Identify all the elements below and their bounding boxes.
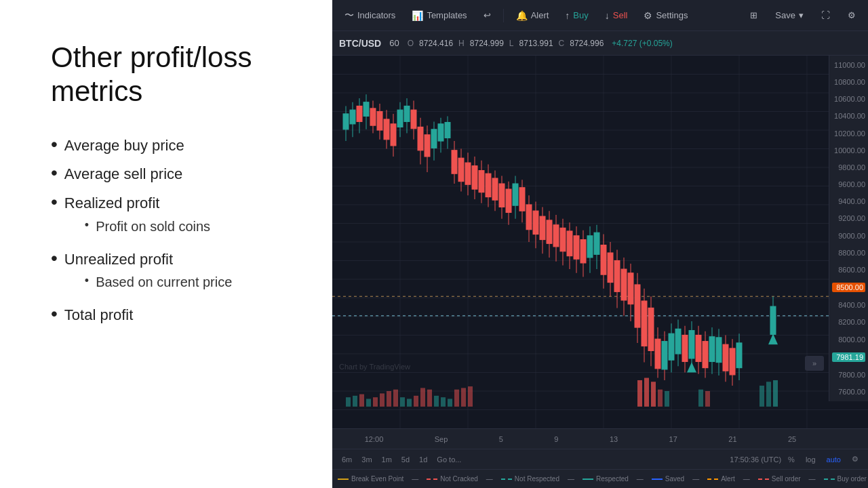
sub-bullet-item: •Based on current price [64, 273, 233, 291]
sub-bullet-dot: • [85, 218, 89, 233]
price-change: +4.727 (+0.05%) [612, 39, 672, 48]
svg-rect-89 [547, 220, 552, 243]
svg-rect-99 [580, 240, 586, 263]
time-axis: 12:00 Sep 5 9 13 17 21 25 [332, 428, 868, 449]
svg-rect-176 [760, 386, 764, 407]
5d-button[interactable]: 5d [397, 454, 414, 465]
svg-rect-144 [730, 348, 735, 375]
svg-rect-160 [414, 396, 418, 407]
1m-button[interactable]: 1m [378, 454, 396, 465]
bullet-text: Average sell price [64, 165, 182, 182]
bell-icon: 🔔 [516, 10, 528, 21]
6m-button[interactable]: 6m [338, 454, 356, 465]
1d-button[interactable]: 1d [415, 454, 431, 465]
svg-rect-146 [736, 343, 742, 368]
bottom-toolbar: 6m 3m 1m 5d 1d Go to... 17:50:36 (UTC) %… [332, 449, 868, 469]
buy-button[interactable]: ↑ Buy [558, 7, 595, 24]
svg-rect-33 [357, 106, 362, 121]
sub-bullet-text: Profit on sold coins [96, 218, 210, 235]
legend-item-buyorder: Buy order [824, 475, 867, 483]
svg-rect-169 [637, 380, 642, 407]
time-label: 21 [728, 435, 736, 443]
log-button[interactable]: log [802, 454, 820, 465]
settings-button[interactable]: ⚙ Settings [637, 7, 694, 24]
3m-button[interactable]: 3m [357, 454, 376, 465]
sell-button[interactable]: ↓ Sell [598, 7, 635, 24]
chart-area[interactable]: 11000.00 10800.00 10600.00 10400.00 1020… [332, 56, 868, 428]
svg-rect-174 [698, 390, 703, 407]
sub-bullet-item: •Profit on sold coins [64, 218, 210, 235]
undo-button[interactable]: ↩ [477, 7, 498, 24]
svg-rect-43 [391, 124, 396, 146]
save-button[interactable]: Save ▾ [768, 7, 810, 24]
svg-rect-85 [533, 211, 538, 234]
indicators-button[interactable]: 〜 Indicators [338, 6, 402, 25]
more-settings-button[interactable]: ⚙ [841, 7, 863, 24]
svg-rect-138 [709, 337, 715, 362]
bullet-item: •Unrealized profit•Based on current pric… [51, 250, 298, 297]
svg-rect-83 [526, 205, 532, 230]
open-price: 8724.416 [419, 39, 453, 48]
svg-rect-51 [418, 127, 423, 150]
svg-rect-47 [404, 106, 410, 121]
high-price: 8724.999 [470, 39, 504, 48]
legend-item-breakeven: Break Even Point [338, 475, 403, 483]
bullet-dot: • [51, 249, 58, 268]
legend-line-notcracked [427, 479, 437, 480]
bullet-content: Average buy price [64, 136, 184, 156]
svg-rect-152 [359, 394, 364, 407]
svg-rect-121 [655, 339, 660, 369]
fullscreen-button[interactable]: ⛶ [814, 7, 837, 24]
expand-button[interactable]: » [805, 356, 824, 371]
bottom-right-controls: 17:50:36 (UTC) % log auto ⚙ [730, 453, 863, 465]
time-label: 17 [669, 435, 677, 443]
svg-rect-125 [669, 333, 674, 360]
svg-rect-113 [628, 273, 633, 304]
svg-rect-81 [519, 188, 525, 211]
time-label: 25 [788, 435, 796, 443]
svg-rect-39 [377, 112, 382, 131]
legend-item-notcracked: Not Cracked [427, 475, 478, 483]
bullet-item: •Total profit [51, 306, 298, 325]
svg-rect-67 [472, 166, 477, 189]
svg-rect-61 [452, 150, 457, 174]
chart-panel: 〜 Indicators 📊 Templates ↩ 🔔 Alert ↑ Buy… [332, 0, 868, 488]
svg-rect-93 [560, 228, 566, 251]
percent-button[interactable]: % [784, 454, 799, 465]
layout-button[interactable]: ⊞ [743, 7, 764, 24]
svg-rect-37 [370, 108, 376, 125]
svg-rect-107 [608, 253, 613, 283]
settings-gear-icon: ⚙ [848, 10, 856, 20]
bullet-text: Average buy price [64, 137, 184, 154]
goto-button[interactable]: Go to... [433, 454, 465, 465]
chart-settings-button[interactable]: ⚙ [848, 453, 863, 465]
symbol-bar: BTC/USD 60 O 8724.416 H 8724.999 L 8713.… [332, 31, 868, 56]
timeframe[interactable]: 60 [389, 38, 399, 48]
svg-rect-140 [716, 338, 722, 363]
time-label: 9 [554, 435, 558, 443]
svg-rect-132 [689, 331, 694, 359]
bullet-content: Unrealized profit•Based on current price [64, 250, 233, 297]
top-right-icons: ⊞ Save ▾ ⛶ ⚙ [743, 7, 863, 24]
svg-rect-109 [614, 261, 620, 292]
chart-legend: Break Even Point — Not Cracked — Not Res… [332, 469, 868, 488]
svg-rect-171 [651, 382, 656, 407]
auto-button[interactable]: auto [823, 454, 845, 465]
templates-button[interactable]: 📊 Templates [405, 7, 473, 24]
svg-rect-97 [574, 236, 579, 259]
symbol-name[interactable]: BTC/USD [339, 38, 381, 49]
sub-list: •Profit on sold coins [64, 218, 210, 235]
legend-item-respected: Respected [583, 475, 629, 483]
svg-rect-168 [468, 386, 473, 407]
toolbar-divider [503, 9, 504, 22]
legend-line-sellorder [758, 479, 769, 480]
svg-rect-161 [420, 388, 425, 407]
svg-rect-157 [393, 390, 398, 407]
bullet-text: Total profit [64, 306, 134, 323]
svg-rect-150 [346, 397, 351, 407]
svg-rect-162 [427, 390, 432, 407]
sub-bullet-dot: • [85, 273, 89, 289]
svg-rect-129 [682, 336, 688, 362]
svg-rect-170 [644, 378, 649, 407]
alert-button[interactable]: 🔔 Alert [509, 7, 556, 24]
